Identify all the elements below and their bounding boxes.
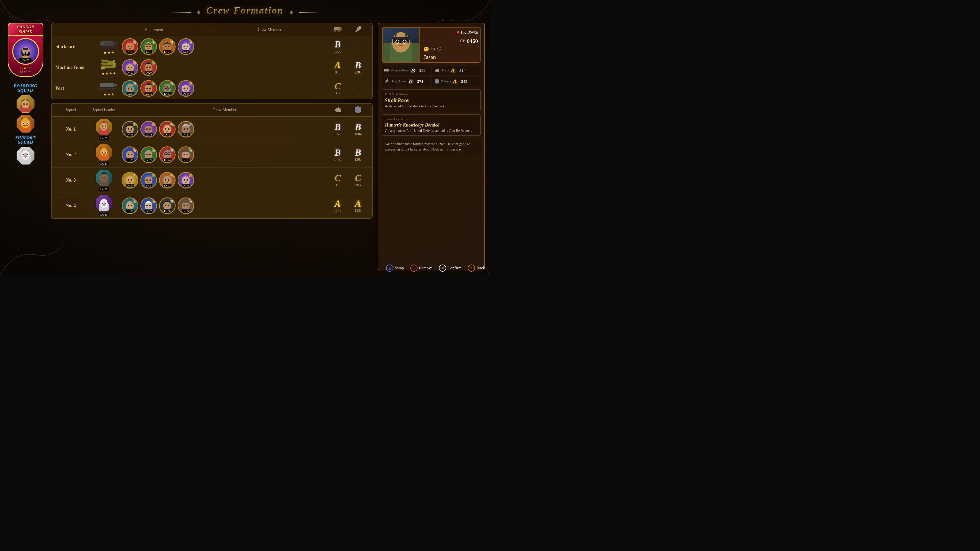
swap-action[interactable]: △ Swap bbox=[386, 265, 404, 272]
crew-b4-3[interactable]: 😐 Lv. 27 bbox=[178, 197, 194, 214]
crew-b2-3[interactable]: 😐 Lv. 16 bbox=[178, 146, 194, 163]
svg-point-81 bbox=[146, 87, 148, 89]
svg-point-102 bbox=[127, 128, 129, 130]
svg-point-79 bbox=[130, 88, 132, 89]
crew-b2-2[interactable]: 😐 Lv. 24 bbox=[159, 146, 176, 163]
svg-point-148 bbox=[183, 179, 185, 181]
character-bio: Noah's father and a former treasure hunt… bbox=[382, 139, 480, 155]
starboard-equip[interactable]: ★★★ bbox=[96, 38, 122, 55]
grade-value-port: 987 bbox=[335, 91, 340, 95]
leader2-portrait bbox=[18, 116, 33, 132]
svg-point-46 bbox=[149, 46, 151, 47]
crew-av-0-1[interactable]: 😊 Lv. 9 bbox=[140, 38, 157, 55]
starboard-grade2: — bbox=[348, 43, 368, 50]
lv-b3-3: Lv. 15 bbox=[182, 184, 190, 187]
lv-2-0: Lv. 5 bbox=[126, 92, 134, 95]
crew-b1-3[interactable]: 😊 Lv. 20 bbox=[178, 121, 194, 138]
svg-point-182 bbox=[406, 41, 407, 44]
svg-point-139 bbox=[127, 179, 129, 181]
svg-rect-56 bbox=[100, 67, 105, 70]
boarding-row-1: No. 1 Lv. 25 bbox=[52, 117, 372, 142]
remove-action[interactable]: □ Remove bbox=[410, 265, 433, 272]
no2-leader[interactable]: Lv. 24 bbox=[86, 144, 122, 165]
no4-leader[interactable]: Lv. 26 bbox=[86, 195, 122, 216]
crew-av-0-3[interactable]: 😊 Lv. 5 bbox=[178, 38, 194, 55]
crew-av-2-0[interactable]: 😐 Lv. 5 bbox=[122, 80, 138, 97]
dot-1-0: 😊 bbox=[133, 60, 137, 65]
crew-b3-1[interactable]: 😊 Lv. 5 bbox=[140, 172, 157, 189]
crew-av-0-0[interactable]: 😊 Lv. 23 bbox=[122, 38, 138, 55]
char-lv-max: /50 bbox=[473, 30, 478, 35]
boarding-leader-1[interactable] bbox=[17, 95, 35, 113]
shield-stat-icon bbox=[434, 79, 440, 84]
svg-point-38 bbox=[100, 47, 103, 49]
crew-b2-0[interactable]: 😐 Lv. 25 bbox=[122, 146, 138, 163]
svg-rect-95 bbox=[339, 108, 340, 110]
lv-0-3: Lv. 5 bbox=[182, 50, 189, 54]
svg-point-100 bbox=[105, 125, 106, 127]
svg-point-49 bbox=[168, 46, 169, 47]
grade-letter-no4-2: A bbox=[355, 199, 361, 208]
machine-guns-icon bbox=[99, 59, 119, 71]
back-button[interactable]: ○ bbox=[468, 265, 475, 272]
no1-leader[interactable]: Lv. 25 bbox=[86, 119, 122, 140]
wrench-icon-header bbox=[348, 25, 368, 34]
confirm-action[interactable]: ✕ Confirm bbox=[439, 265, 461, 272]
port-label: Port bbox=[56, 86, 96, 91]
svg-point-186 bbox=[385, 71, 386, 72]
crew-b4-1[interactable]: 😊 Lv. 22 bbox=[140, 197, 157, 214]
svg-point-181 bbox=[394, 41, 396, 44]
lv-1-1: Lv.20 bbox=[145, 71, 153, 75]
starboard-label: Starboard bbox=[56, 44, 96, 49]
svg-point-111 bbox=[183, 128, 185, 130]
smiley-icon: 😊 bbox=[423, 46, 429, 52]
machine-guns-grade1: A 936 bbox=[328, 61, 348, 75]
remove-button[interactable]: □ bbox=[410, 265, 417, 272]
crew-b1-1[interactable]: 😊 Lv. 13 bbox=[140, 121, 157, 138]
crew-av-0-2[interactable]: 😐 Lv. 21 bbox=[159, 38, 176, 55]
svg-point-118 bbox=[105, 151, 106, 153]
cannon-stat-icon bbox=[384, 68, 390, 73]
machine-guns-stars: ★★★★ bbox=[101, 71, 117, 76]
first-mate-label: FIRST MATE bbox=[19, 66, 32, 74]
grade-letter-no1-2: B bbox=[355, 122, 361, 132]
crew-av-1-1[interactable]: 😊 Lv.20 bbox=[140, 59, 157, 76]
crew-b3-0[interactable]: 😐 Lv. 14 bbox=[122, 172, 138, 189]
lv-b3-2: Lv. 21 bbox=[163, 184, 172, 187]
port-equip[interactable]: ★★★ bbox=[96, 80, 122, 97]
crew-av-2-2[interactable]: 😊 Lv. 11 bbox=[159, 80, 176, 97]
crew-b1-0[interactable]: 😊 Lv. 19 bbox=[122, 121, 138, 138]
first-mate-avatar[interactable]: Lv. 29 bbox=[12, 38, 39, 65]
support-avatar[interactable] bbox=[5, 147, 46, 165]
no3-label: No. 3 bbox=[56, 178, 86, 183]
dot-b1-2: 😊 bbox=[170, 122, 174, 126]
crew-b3-3[interactable]: 😐 Lv. 15 bbox=[178, 172, 194, 189]
confirm-button[interactable]: ✕ bbox=[439, 265, 446, 272]
machine-guns-equip[interactable]: ★★★★ bbox=[96, 59, 122, 76]
crew-av-2-3[interactable]: 😊 Lv. 14 bbox=[178, 80, 194, 97]
no1-grade2: B 1004 bbox=[348, 122, 368, 136]
svg-point-168 bbox=[183, 205, 185, 206]
svg-point-165 bbox=[165, 205, 166, 206]
crew-b2-1[interactable]: 😊 Lv. 20 bbox=[140, 146, 157, 163]
first-mate-lv: Lv. 29 bbox=[19, 58, 32, 62]
dot-1-1: 😊 bbox=[151, 60, 156, 65]
svg-point-108 bbox=[165, 128, 166, 130]
crew-b4-0[interactable]: 😊 Lv. 20 bbox=[122, 197, 138, 214]
squad-leader-traits: Squad Leader Traits Hunter's Knowledge B… bbox=[382, 114, 480, 136]
boarding-leader-2[interactable] bbox=[17, 115, 35, 133]
crew-b4-2[interactable]: 😐 Lv. 30 bbox=[159, 197, 176, 214]
crew-b1-2[interactable]: 😊 Lv. 5 bbox=[159, 121, 176, 138]
svg-point-142 bbox=[146, 179, 148, 181]
svg-point-145 bbox=[165, 179, 166, 181]
crew-av-2-1[interactable]: 😊 Lv. 10 bbox=[140, 80, 157, 97]
back-action[interactable]: ○ Back bbox=[468, 265, 485, 272]
svg-point-98 bbox=[100, 122, 107, 130]
crew-b3-2[interactable]: 😐 Lv. 21 bbox=[159, 172, 176, 189]
starboard-row: Starboard ★★★ bbox=[52, 36, 372, 57]
crew-av-1-0[interactable]: 😊 Lv. 27 bbox=[122, 59, 138, 76]
char-lv-text: Lv.29/50 bbox=[461, 30, 478, 35]
hp-label: HP bbox=[460, 39, 465, 43]
no3-leader[interactable]: Lv. 17 bbox=[86, 170, 122, 191]
swap-button[interactable]: △ bbox=[386, 265, 393, 272]
